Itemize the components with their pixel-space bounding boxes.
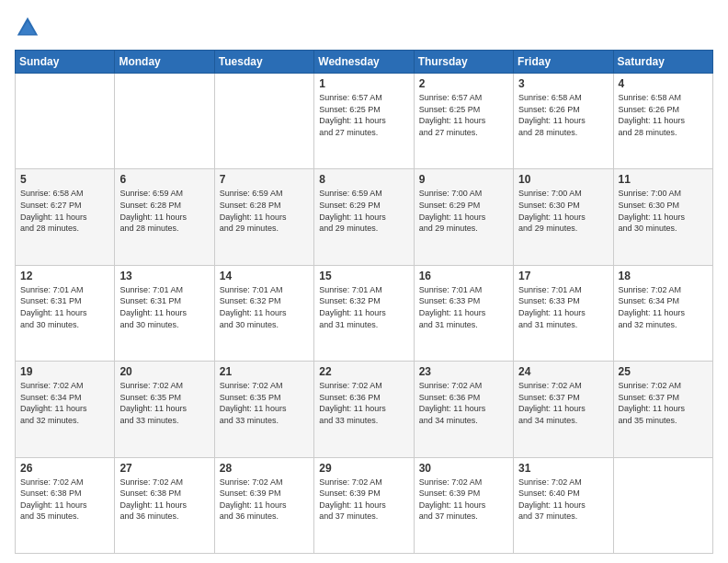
calendar-cell bbox=[115, 74, 214, 169]
day-number: 8 bbox=[319, 173, 408, 186]
cell-info: Sunrise: 7:01 AM Sunset: 6:31 PM Dayligh… bbox=[119, 284, 209, 330]
day-number: 1 bbox=[319, 77, 408, 90]
day-number: 9 bbox=[419, 173, 508, 186]
calendar-cell: 16Sunrise: 7:01 AM Sunset: 6:33 PM Dayli… bbox=[414, 265, 513, 361]
day-number: 2 bbox=[419, 77, 508, 90]
day-number: 25 bbox=[619, 365, 708, 378]
day-number: 7 bbox=[220, 173, 309, 186]
day-number: 6 bbox=[119, 173, 209, 186]
day-number: 27 bbox=[119, 462, 209, 475]
day-number: 3 bbox=[518, 77, 608, 90]
cell-info: Sunrise: 6:59 AM Sunset: 6:29 PM Dayligh… bbox=[319, 188, 408, 234]
day-number: 10 bbox=[518, 173, 608, 186]
day-number: 13 bbox=[119, 270, 209, 282]
day-number: 11 bbox=[619, 173, 708, 186]
page: SundayMondayTuesdayWednesdayThursdayFrid… bbox=[0, 0, 728, 563]
calendar-cell: 6Sunrise: 6:59 AM Sunset: 6:28 PM Daylig… bbox=[115, 169, 214, 265]
calendar-cell: 19Sunrise: 7:02 AM Sunset: 6:34 PM Dayli… bbox=[16, 362, 115, 457]
cell-info: Sunrise: 7:02 AM Sunset: 6:36 PM Dayligh… bbox=[319, 380, 408, 426]
calendar-cell: 17Sunrise: 7:01 AM Sunset: 6:33 PM Dayli… bbox=[514, 265, 613, 361]
cell-info: Sunrise: 7:02 AM Sunset: 6:39 PM Dayligh… bbox=[220, 477, 309, 523]
day-number: 28 bbox=[220, 462, 309, 475]
week-row-4: 19Sunrise: 7:02 AM Sunset: 6:34 PM Dayli… bbox=[16, 362, 713, 457]
cell-info: Sunrise: 7:02 AM Sunset: 6:39 PM Dayligh… bbox=[319, 477, 408, 523]
calendar-cell: 9Sunrise: 7:00 AM Sunset: 6:29 PM Daylig… bbox=[414, 169, 513, 265]
calendar-table: SundayMondayTuesdayWednesdayThursdayFrid… bbox=[15, 50, 713, 554]
calendar-cell: 3Sunrise: 6:58 AM Sunset: 6:26 PM Daylig… bbox=[514, 74, 613, 169]
day-number: 23 bbox=[419, 365, 508, 378]
calendar-cell: 7Sunrise: 6:59 AM Sunset: 6:28 PM Daylig… bbox=[214, 169, 313, 265]
col-header-monday: Monday bbox=[115, 51, 214, 74]
day-number: 30 bbox=[419, 462, 508, 475]
cell-info: Sunrise: 7:02 AM Sunset: 6:39 PM Dayligh… bbox=[419, 477, 508, 523]
calendar-cell: 20Sunrise: 7:02 AM Sunset: 6:35 PM Dayli… bbox=[115, 362, 214, 457]
week-row-5: 26Sunrise: 7:02 AM Sunset: 6:38 PM Dayli… bbox=[16, 457, 713, 553]
week-row-1: 1Sunrise: 6:57 AM Sunset: 6:25 PM Daylig… bbox=[16, 74, 713, 169]
cell-info: Sunrise: 7:02 AM Sunset: 6:34 PM Dayligh… bbox=[619, 284, 708, 330]
cell-info: Sunrise: 7:00 AM Sunset: 6:30 PM Dayligh… bbox=[619, 188, 708, 234]
day-number: 14 bbox=[220, 270, 309, 282]
calendar-cell: 25Sunrise: 7:02 AM Sunset: 6:37 PM Dayli… bbox=[613, 362, 712, 457]
calendar-header-row: SundayMondayTuesdayWednesdayThursdayFrid… bbox=[16, 51, 713, 74]
col-header-saturday: Saturday bbox=[613, 51, 712, 74]
cell-info: Sunrise: 7:00 AM Sunset: 6:29 PM Dayligh… bbox=[419, 188, 508, 234]
cell-info: Sunrise: 6:58 AM Sunset: 6:26 PM Dayligh… bbox=[619, 92, 708, 138]
day-number: 15 bbox=[319, 270, 408, 282]
col-header-wednesday: Wednesday bbox=[314, 51, 414, 74]
calendar-cell: 13Sunrise: 7:01 AM Sunset: 6:31 PM Dayli… bbox=[115, 265, 214, 361]
col-header-sunday: Sunday bbox=[16, 51, 115, 74]
cell-info: Sunrise: 6:59 AM Sunset: 6:28 PM Dayligh… bbox=[119, 188, 209, 234]
cell-info: Sunrise: 7:02 AM Sunset: 6:35 PM Dayligh… bbox=[220, 380, 309, 426]
day-number: 29 bbox=[319, 462, 408, 475]
calendar-cell: 24Sunrise: 7:02 AM Sunset: 6:37 PM Dayli… bbox=[514, 362, 613, 457]
day-number: 22 bbox=[319, 365, 408, 378]
calendar-cell: 28Sunrise: 7:02 AM Sunset: 6:39 PM Dayli… bbox=[214, 457, 313, 553]
day-number: 18 bbox=[619, 270, 708, 282]
calendar-cell: 12Sunrise: 7:01 AM Sunset: 6:31 PM Dayli… bbox=[16, 265, 115, 361]
day-number: 31 bbox=[518, 462, 608, 475]
day-number: 24 bbox=[518, 365, 608, 378]
logo-icon bbox=[15, 15, 40, 40]
cell-info: Sunrise: 7:01 AM Sunset: 6:31 PM Dayligh… bbox=[20, 284, 109, 330]
cell-info: Sunrise: 6:59 AM Sunset: 6:28 PM Dayligh… bbox=[220, 188, 309, 234]
day-number: 12 bbox=[20, 270, 109, 282]
calendar-cell: 4Sunrise: 6:58 AM Sunset: 6:26 PM Daylig… bbox=[613, 74, 712, 169]
col-header-tuesday: Tuesday bbox=[214, 51, 313, 74]
calendar-cell: 31Sunrise: 7:02 AM Sunset: 6:40 PM Dayli… bbox=[514, 457, 613, 553]
calendar-cell: 2Sunrise: 6:57 AM Sunset: 6:25 PM Daylig… bbox=[414, 74, 513, 169]
cell-info: Sunrise: 6:57 AM Sunset: 6:25 PM Dayligh… bbox=[319, 92, 408, 138]
calendar-cell: 5Sunrise: 6:58 AM Sunset: 6:27 PM Daylig… bbox=[16, 169, 115, 265]
calendar-cell: 14Sunrise: 7:01 AM Sunset: 6:32 PM Dayli… bbox=[214, 265, 313, 361]
calendar-cell: 30Sunrise: 7:02 AM Sunset: 6:39 PM Dayli… bbox=[414, 457, 513, 553]
header bbox=[15, 15, 713, 40]
cell-info: Sunrise: 7:01 AM Sunset: 6:32 PM Dayligh… bbox=[220, 284, 309, 330]
col-header-thursday: Thursday bbox=[414, 51, 513, 74]
calendar-cell bbox=[16, 74, 115, 169]
calendar-cell: 21Sunrise: 7:02 AM Sunset: 6:35 PM Dayli… bbox=[214, 362, 313, 457]
cell-info: Sunrise: 6:57 AM Sunset: 6:25 PM Dayligh… bbox=[419, 92, 508, 138]
cell-info: Sunrise: 6:58 AM Sunset: 6:26 PM Dayligh… bbox=[518, 92, 608, 138]
day-number: 5 bbox=[20, 173, 109, 186]
calendar-cell: 29Sunrise: 7:02 AM Sunset: 6:39 PM Dayli… bbox=[314, 457, 414, 553]
calendar-cell: 27Sunrise: 7:02 AM Sunset: 6:38 PM Dayli… bbox=[115, 457, 214, 553]
day-number: 19 bbox=[20, 365, 109, 378]
cell-info: Sunrise: 7:02 AM Sunset: 6:37 PM Dayligh… bbox=[518, 380, 608, 426]
cell-info: Sunrise: 6:58 AM Sunset: 6:27 PM Dayligh… bbox=[20, 188, 109, 234]
cell-info: Sunrise: 7:02 AM Sunset: 6:38 PM Dayligh… bbox=[119, 477, 209, 523]
calendar-cell: 15Sunrise: 7:01 AM Sunset: 6:32 PM Dayli… bbox=[314, 265, 414, 361]
calendar-cell bbox=[214, 74, 313, 169]
week-row-3: 12Sunrise: 7:01 AM Sunset: 6:31 PM Dayli… bbox=[16, 265, 713, 361]
col-header-friday: Friday bbox=[514, 51, 613, 74]
day-number: 26 bbox=[20, 462, 109, 475]
logo bbox=[15, 15, 44, 40]
calendar-cell: 8Sunrise: 6:59 AM Sunset: 6:29 PM Daylig… bbox=[314, 169, 414, 265]
calendar-cell: 26Sunrise: 7:02 AM Sunset: 6:38 PM Dayli… bbox=[16, 457, 115, 553]
calendar-cell: 23Sunrise: 7:02 AM Sunset: 6:36 PM Dayli… bbox=[414, 362, 513, 457]
cell-info: Sunrise: 7:02 AM Sunset: 6:36 PM Dayligh… bbox=[419, 380, 508, 426]
day-number: 21 bbox=[220, 365, 309, 378]
cell-info: Sunrise: 7:02 AM Sunset: 6:38 PM Dayligh… bbox=[20, 477, 109, 523]
calendar-cell: 22Sunrise: 7:02 AM Sunset: 6:36 PM Dayli… bbox=[314, 362, 414, 457]
calendar-cell: 1Sunrise: 6:57 AM Sunset: 6:25 PM Daylig… bbox=[314, 74, 414, 169]
day-number: 17 bbox=[518, 270, 608, 282]
cell-info: Sunrise: 7:02 AM Sunset: 6:34 PM Dayligh… bbox=[20, 380, 109, 426]
